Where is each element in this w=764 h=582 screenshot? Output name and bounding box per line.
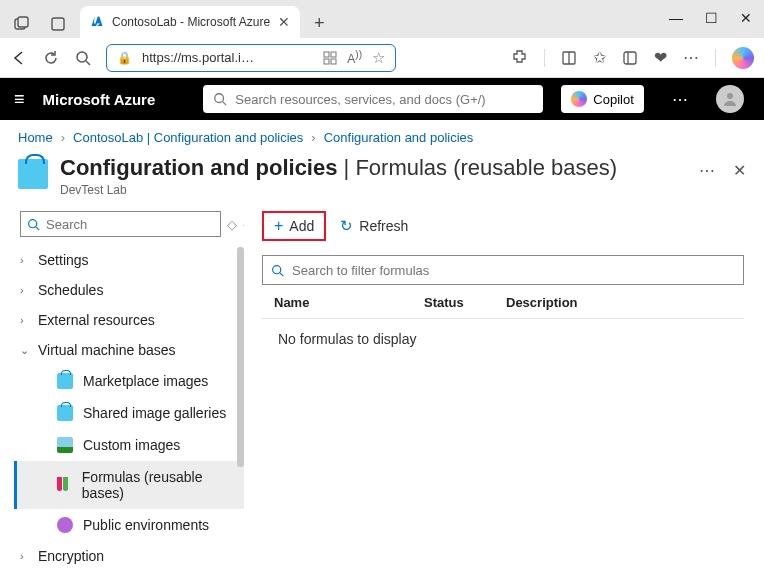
chevron-down-icon: ⌄ bbox=[20, 344, 30, 357]
favorite-icon[interactable]: ☆ bbox=[372, 49, 385, 67]
sidebar-item-settings[interactable]: › Settings bbox=[6, 245, 244, 275]
sidebar-scrollbar[interactable] bbox=[237, 247, 244, 467]
refresh-button[interactable] bbox=[42, 49, 60, 67]
read-aloud-icon[interactable]: A)) bbox=[347, 49, 362, 66]
svg-point-13 bbox=[215, 94, 224, 103]
blade-more-button[interactable]: ⋯ bbox=[699, 161, 715, 180]
sidebar-item-external-resources[interactable]: › External resources bbox=[6, 305, 244, 335]
plus-icon: + bbox=[274, 217, 283, 235]
blade-close-button[interactable]: ✕ bbox=[733, 161, 746, 180]
tab-title: ContosoLab - Microsoft Azure bbox=[112, 15, 270, 29]
hamburger-menu-button[interactable]: ≡ bbox=[14, 89, 25, 110]
formula-icon bbox=[57, 477, 72, 493]
marketplace-icon bbox=[57, 373, 73, 389]
chevron-right-icon: › bbox=[311, 130, 315, 145]
user-avatar[interactable] bbox=[716, 85, 744, 113]
column-header-status[interactable]: Status bbox=[424, 295, 506, 310]
page-title: Configuration and policies | Formulas (r… bbox=[60, 155, 617, 181]
breadcrumb-home[interactable]: Home bbox=[18, 130, 53, 145]
azure-header: ≡ Microsoft Azure Copilot ⋯ bbox=[0, 78, 764, 120]
favorites-bar-icon[interactable]: ✩ bbox=[593, 48, 606, 67]
sidebar-item-shared-galleries[interactable]: Shared image galleries bbox=[14, 397, 244, 429]
chevron-right-icon: › bbox=[20, 550, 30, 562]
url-text: https://ms.portal.i… bbox=[142, 50, 254, 65]
svg-point-15 bbox=[727, 93, 733, 99]
copilot-icon bbox=[571, 91, 587, 107]
browser-tab-strip: ContosoLab - Microsoft Azure ✕ + — ☐ ✕ bbox=[0, 0, 764, 38]
gallery-icon bbox=[57, 405, 73, 421]
sidebar-item-schedules[interactable]: › Schedules bbox=[6, 275, 244, 305]
breadcrumb-config[interactable]: Configuration and policies bbox=[324, 130, 474, 145]
apps-icon[interactable] bbox=[323, 51, 337, 65]
refresh-icon: ↻ bbox=[340, 217, 353, 235]
svg-rect-2 bbox=[52, 18, 64, 30]
history-icon[interactable] bbox=[622, 50, 638, 66]
collections-icon[interactable] bbox=[561, 50, 577, 66]
sidebar-search[interactable] bbox=[20, 211, 221, 237]
devtest-lab-icon bbox=[18, 159, 48, 189]
search-icon[interactable] bbox=[74, 49, 92, 67]
globe-icon bbox=[57, 517, 73, 533]
svg-rect-11 bbox=[624, 52, 636, 64]
sidebar-item-custom-images[interactable]: Custom images bbox=[14, 429, 244, 461]
column-header-description[interactable]: Description bbox=[506, 295, 732, 310]
filter-input[interactable] bbox=[262, 255, 744, 285]
back-button[interactable] bbox=[10, 49, 28, 67]
more-icon[interactable]: ⋯ bbox=[683, 48, 699, 67]
sidebar-item-public-environments[interactable]: Public environments bbox=[14, 509, 244, 541]
svg-line-4 bbox=[86, 61, 90, 65]
workspaces-icon[interactable] bbox=[8, 10, 36, 38]
command-bar: + Add ↻ Refresh bbox=[262, 211, 744, 255]
new-tab-button[interactable]: + bbox=[308, 13, 331, 38]
person-icon bbox=[722, 91, 738, 107]
window-close-icon[interactable]: ✕ bbox=[740, 10, 752, 26]
extensions-icon[interactable] bbox=[511, 49, 528, 66]
svg-line-19 bbox=[280, 272, 283, 275]
azure-search-input[interactable] bbox=[235, 92, 533, 107]
image-icon bbox=[57, 437, 73, 453]
window-minimize-icon[interactable]: — bbox=[669, 10, 683, 26]
url-input[interactable]: 🔒 https://ms.portal.i… A)) ☆ bbox=[106, 44, 396, 72]
sidebar-item-marketplace-images[interactable]: Marketplace images bbox=[14, 365, 244, 397]
search-icon bbox=[271, 264, 284, 277]
window-maximize-icon[interactable]: ☐ bbox=[705, 10, 718, 26]
sort-icon[interactable]: ◇ bbox=[227, 217, 237, 232]
sidebar-search-input[interactable] bbox=[46, 217, 214, 232]
azure-brand[interactable]: Microsoft Azure bbox=[43, 91, 156, 108]
azure-favicon-icon bbox=[90, 15, 104, 29]
svg-line-17 bbox=[36, 226, 39, 229]
page-subtitle: DevTest Lab bbox=[60, 183, 617, 197]
svg-point-18 bbox=[273, 265, 281, 273]
main-content: + Add ↻ Refresh Name Status Description … bbox=[244, 207, 764, 582]
browser-tab[interactable]: ContosoLab - Microsoft Azure ✕ bbox=[80, 6, 300, 38]
breadcrumb: Home › ContosoLab | Configuration and po… bbox=[0, 120, 764, 151]
refresh-button[interactable]: ↻ Refresh bbox=[340, 217, 408, 235]
table-header: Name Status Description bbox=[262, 285, 744, 319]
chevron-right-icon: › bbox=[20, 284, 30, 296]
breadcrumb-lab[interactable]: ContosoLab | Configuration and policies bbox=[73, 130, 303, 145]
tab-actions-icon[interactable] bbox=[44, 10, 72, 38]
copilot-orb-icon[interactable] bbox=[732, 47, 754, 69]
svg-rect-8 bbox=[331, 59, 336, 64]
sidebar-item-encryption[interactable]: › Encryption bbox=[6, 541, 244, 571]
search-icon bbox=[213, 92, 227, 106]
sidebar-item-vm-bases[interactable]: ⌄ Virtual machine bases bbox=[6, 335, 244, 365]
chevron-right-icon: › bbox=[20, 254, 30, 266]
svg-point-16 bbox=[29, 219, 37, 227]
column-header-name[interactable]: Name bbox=[274, 295, 424, 310]
svg-rect-1 bbox=[18, 17, 28, 27]
add-button[interactable]: + Add bbox=[262, 211, 326, 241]
empty-state-text: No formulas to display bbox=[262, 319, 744, 359]
performance-icon[interactable]: ❤ bbox=[654, 48, 667, 67]
filter-text-input[interactable] bbox=[292, 263, 735, 278]
chevron-right-icon: › bbox=[61, 130, 65, 145]
svg-line-14 bbox=[223, 102, 227, 106]
svg-rect-5 bbox=[324, 52, 329, 57]
sidebar-item-formulas[interactable]: Formulas (reusable bases) bbox=[14, 461, 244, 509]
copilot-label: Copilot bbox=[593, 92, 633, 107]
close-tab-icon[interactable]: ✕ bbox=[278, 14, 290, 30]
azure-search-box[interactable] bbox=[203, 85, 543, 113]
copilot-button[interactable]: Copilot bbox=[561, 85, 643, 113]
header-more-button[interactable]: ⋯ bbox=[672, 90, 688, 109]
search-icon bbox=[27, 218, 40, 231]
